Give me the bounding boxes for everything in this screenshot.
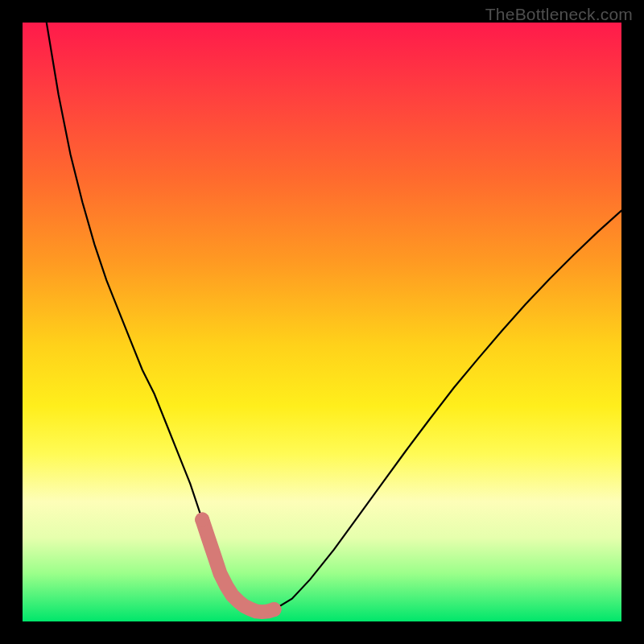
highlight-end-dot [267, 602, 282, 617]
highlight-markers [202, 520, 274, 613]
bottleneck-curve [47, 23, 621, 612]
watermark-text: TheBottleneck.com [485, 5, 633, 24]
highlight-end-dot [195, 513, 209, 527]
plot-area [23, 23, 621, 621]
outer-frame: TheBottleneck.com [0, 0, 644, 644]
chart-svg [23, 23, 621, 621]
